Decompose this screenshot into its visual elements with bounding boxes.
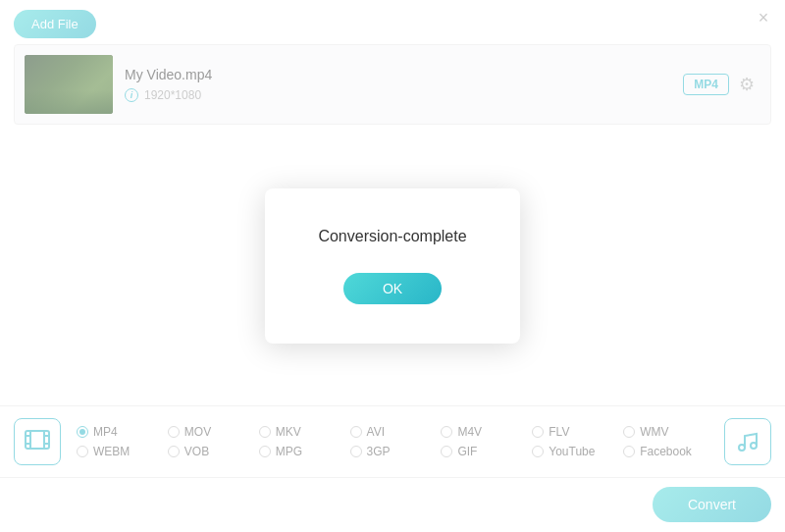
modal-title: Conversion-complete: [314, 228, 471, 245]
modal-overlay: Conversion-complete OK: [0, 0, 785, 532]
modal-box: Conversion-complete OK: [265, 188, 520, 344]
modal-ok-button[interactable]: OK: [343, 273, 442, 304]
